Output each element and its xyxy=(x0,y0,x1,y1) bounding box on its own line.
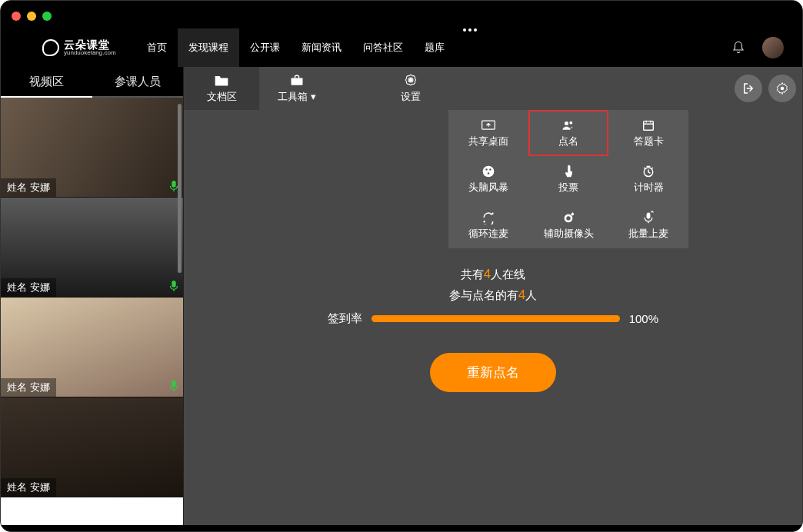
left-panel: 视频区 参课人员 姓名 安娜 姓名 安娜 姓名 安娜 姓名 安娜 xyxy=(1,67,184,525)
svg-point-5 xyxy=(781,87,785,91)
nav-home[interactable]: 首页 xyxy=(136,28,178,67)
toolbox-dropdown: 共享桌面 点名 答题卡 头脑风暴 投票 xyxy=(448,110,688,248)
calendar-icon xyxy=(641,118,656,132)
svg-point-7 xyxy=(565,121,568,125)
exit-button[interactable] xyxy=(735,75,762,102)
video-tile[interactable]: 姓名 安娜 xyxy=(1,98,183,198)
svg-point-4 xyxy=(409,78,413,82)
logo[interactable]: 云朵课堂 yunduoketang.com xyxy=(42,39,116,56)
touch-icon xyxy=(561,165,576,178)
bell-icon[interactable] xyxy=(731,41,745,55)
svg-rect-0 xyxy=(172,181,175,188)
svg-rect-3 xyxy=(292,78,303,85)
top-bar: 云朵课堂 yunduoketang.com 首页 发现课程 公开课 新闻资讯 问… xyxy=(1,28,802,67)
window-controls[interactable] xyxy=(12,12,52,21)
clock-icon xyxy=(641,165,656,178)
tool-aux-camera[interactable]: 辅助摄像头 xyxy=(528,202,608,248)
progress-bar xyxy=(372,315,620,322)
rollcall-result: 共有4人在线 参与点名的有4人 签到率 100% 重新点名 xyxy=(184,267,802,392)
tab-documents[interactable]: 文档区 xyxy=(184,67,259,110)
video-tile[interactable]: 姓名 安娜 xyxy=(1,198,183,298)
nav-bank[interactable]: 题库 xyxy=(414,28,455,67)
scrollbar[interactable] xyxy=(178,104,182,273)
nav-qa[interactable]: 问答社区 xyxy=(352,28,414,67)
video-tile[interactable]: 姓名 安娜 xyxy=(1,298,183,397)
tool-cycle-mic[interactable]: 循环连麦 xyxy=(448,202,528,248)
gear-icon xyxy=(775,81,789,95)
people-icon xyxy=(561,118,576,132)
svg-rect-2 xyxy=(172,381,175,387)
tab-toolbox[interactable]: 工具箱 ▾ xyxy=(259,67,335,110)
nav-public[interactable]: 公开课 xyxy=(239,28,291,67)
nav-more-icon[interactable] xyxy=(455,28,485,67)
svg-point-16 xyxy=(566,216,570,220)
mic-icon xyxy=(169,380,178,392)
svg-point-8 xyxy=(569,121,572,124)
responded-count: 参与点名的有4人 xyxy=(449,288,537,303)
svg-rect-1 xyxy=(172,281,175,288)
share-icon xyxy=(481,118,496,132)
tool-brainstorm[interactable]: 头脑风暴 xyxy=(448,156,528,202)
tab-settings[interactable]: 设置 xyxy=(373,67,448,110)
tool-rollcall[interactable]: 点名 xyxy=(528,110,608,156)
video-tile[interactable]: 姓名 安娜 xyxy=(1,397,183,497)
svg-point-10 xyxy=(483,165,495,177)
chevron-down-icon: ▾ xyxy=(311,91,316,102)
logo-title: 云朵课堂 xyxy=(64,39,116,50)
nav-discover[interactable]: 发现课程 xyxy=(178,28,239,67)
exit-icon xyxy=(741,81,755,95)
tool-timer[interactable]: 计时器 xyxy=(608,156,688,202)
svg-rect-9 xyxy=(644,121,654,130)
video-list: 姓名 安娜 姓名 安娜 姓名 安娜 姓名 安娜 姓名 安娜 xyxy=(1,98,183,525)
svg-point-11 xyxy=(485,168,487,170)
video-tile[interactable]: 姓名 安娜 xyxy=(1,497,183,525)
rate-percent: 100% xyxy=(629,312,658,325)
toolbox-icon xyxy=(289,73,305,87)
tool-bulk-mic[interactable]: 批量上麦 xyxy=(608,202,688,248)
mic-icon xyxy=(169,280,178,292)
restart-rollcall-button[interactable]: 重新点名 xyxy=(430,353,556,392)
nav-news[interactable]: 新闻资讯 xyxy=(291,28,352,67)
logo-subtitle: yunduoketang.com xyxy=(64,50,116,56)
tab-attendees[interactable]: 参课人员 xyxy=(92,67,184,96)
online-count: 共有4人在线 xyxy=(461,267,525,282)
config-button[interactable] xyxy=(768,75,796,102)
film-icon xyxy=(481,165,496,178)
gear-icon xyxy=(403,73,418,87)
svg-rect-18 xyxy=(647,212,651,218)
tool-answer-card[interactable]: 答题卡 xyxy=(608,110,688,156)
tool-share-desktop[interactable]: 共享桌面 xyxy=(448,110,528,156)
avatar[interactable] xyxy=(762,37,784,58)
main-panel: 文档区 工具箱 ▾ 设置 xyxy=(184,67,802,525)
cloud-icon xyxy=(42,39,59,56)
rate-label: 签到率 xyxy=(328,311,362,326)
mic-up-icon xyxy=(641,211,656,224)
top-nav: 首页 发现课程 公开课 新闻资讯 问答社区 题库 xyxy=(136,28,485,67)
svg-point-13 xyxy=(488,172,489,174)
tab-video-area[interactable]: 视频区 xyxy=(1,67,92,98)
svg-point-12 xyxy=(489,168,491,170)
folder-icon xyxy=(214,73,229,87)
refresh-icon xyxy=(481,211,496,224)
tool-vote[interactable]: 投票 xyxy=(528,156,608,202)
camera-icon xyxy=(561,211,576,224)
